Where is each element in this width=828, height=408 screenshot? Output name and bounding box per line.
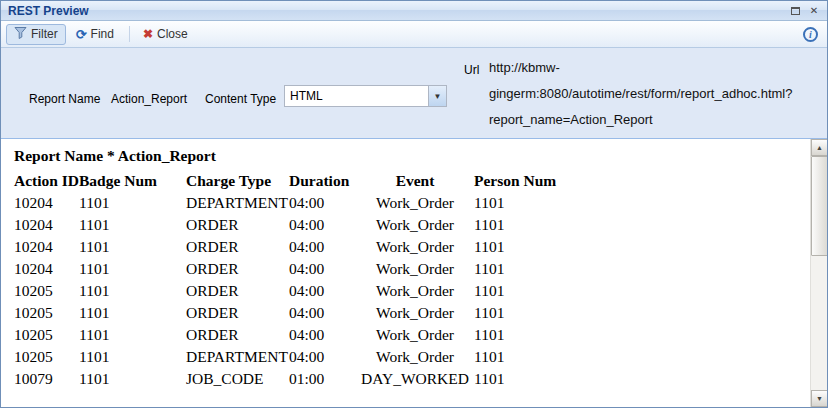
report-table: Action IDBadge NumCharge TypeDurationEve…: [14, 170, 574, 390]
column-header: Action ID: [14, 170, 79, 192]
table-cell: 1101: [79, 214, 186, 236]
table-cell: 1101: [79, 302, 186, 324]
column-header: Charge Type: [186, 170, 289, 192]
maximize-icon: [791, 7, 800, 15]
table-row: 102051101ORDER04:00Work_Order1101: [14, 302, 574, 324]
content-type-value: HTML: [285, 86, 428, 106]
table-cell: 10079: [14, 368, 79, 390]
table-cell: 04:00: [289, 236, 356, 258]
table-cell: 04:00: [289, 214, 356, 236]
table-cell: 10204: [14, 258, 79, 280]
info-icon[interactable]: i: [803, 27, 818, 42]
report-title: Report Name * Action_Report: [14, 144, 806, 168]
find-button[interactable]: ⟳ Find: [68, 24, 122, 45]
find-button-label: Find: [91, 27, 114, 41]
table-cell: ORDER: [186, 236, 289, 258]
table-cell: 1101: [474, 280, 574, 302]
table-row: 102051101ORDER04:00Work_Order1101: [14, 280, 574, 302]
report-table-body: 102041101DEPARTMENT04:00Work_Order110110…: [14, 192, 574, 390]
table-row: 102051101ORDER04:00Work_Order1101: [14, 324, 574, 346]
column-header: Person Num: [474, 170, 574, 192]
table-cell: 1101: [474, 324, 574, 346]
table-cell: 1101: [474, 214, 574, 236]
window-title: REST Preview: [8, 4, 784, 18]
table-cell: Work_Order: [356, 302, 474, 324]
table-cell: 1101: [474, 192, 574, 214]
table-cell: Work_Order: [356, 258, 474, 280]
table-cell: ORDER: [186, 214, 289, 236]
url-label: Url: [464, 63, 479, 77]
table-cell: 1101: [474, 236, 574, 258]
table-cell: 1101: [79, 236, 186, 258]
table-cell: 1101: [79, 368, 186, 390]
table-cell: 1101: [79, 280, 186, 302]
table-cell: Work_Order: [356, 324, 474, 346]
scroll-up-button[interactable]: ▲: [811, 139, 827, 156]
url-value: http://kbmw-gingerm:8080/autotime/rest/f…: [489, 55, 823, 133]
close-icon: ✖: [143, 28, 153, 40]
column-header: Duration: [289, 170, 356, 192]
maximize-button[interactable]: [787, 3, 803, 18]
rendered-report: Report Name * Action_Report Action IDBad…: [1, 139, 810, 407]
titlebar: REST Preview ✕: [1, 1, 827, 21]
table-row: 102041101ORDER04:00Work_Order1101: [14, 236, 574, 258]
table-cell: 1101: [79, 192, 186, 214]
close-button[interactable]: ✖ Close: [135, 24, 196, 45]
table-cell: 04:00: [289, 324, 356, 346]
filter-icon: [14, 26, 27, 42]
filter-button[interactable]: Filter: [6, 24, 66, 45]
toolbar: Filter ⟳ Find ✖ Close i: [1, 21, 827, 48]
chevron-down-icon[interactable]: ▼: [428, 86, 446, 106]
report-name-label: Report Name: [29, 92, 100, 106]
table-cell: Work_Order: [356, 192, 474, 214]
table-cell: Work_Order: [356, 214, 474, 236]
vertical-scrollbar[interactable]: ▲ ▼: [810, 139, 827, 407]
table-cell: 10205: [14, 346, 79, 368]
table-cell: 10205: [14, 324, 79, 346]
content-type-label: Content Type: [205, 92, 276, 106]
table-cell: DAY_WORKED: [356, 368, 474, 390]
table-cell: ORDER: [186, 258, 289, 280]
form-panel: Report Name Action_Report Content Type H…: [1, 48, 827, 139]
table-cell: 04:00: [289, 302, 356, 324]
table-row: 100791101JOB_CODE01:00DAY_WORKED1101: [14, 368, 574, 390]
rest-preview-window: REST Preview ✕ Filter ⟳ Find ✖ Close i: [0, 0, 828, 408]
table-cell: DEPARTMENT: [186, 346, 289, 368]
scroll-down-button[interactable]: ▼: [811, 390, 827, 407]
table-cell: ORDER: [186, 302, 289, 324]
filter-button-label: Filter: [31, 27, 58, 41]
scrollbar-thumb[interactable]: [811, 156, 827, 256]
table-cell: 10204: [14, 214, 79, 236]
table-cell: 1101: [474, 302, 574, 324]
column-header: Badge Num: [79, 170, 186, 192]
table-cell: DEPARTMENT: [186, 192, 289, 214]
table-cell: 01:00: [289, 368, 356, 390]
table-cell: 1101: [79, 258, 186, 280]
table-cell: 1101: [79, 324, 186, 346]
table-cell: 1101: [474, 258, 574, 280]
table-cell: Work_Order: [356, 280, 474, 302]
scroll-up-icon: ▲: [816, 144, 823, 151]
table-cell: 1101: [474, 346, 574, 368]
table-cell: 04:00: [289, 346, 356, 368]
table-row: 102041101DEPARTMENT04:00Work_Order1101: [14, 192, 574, 214]
content-type-combo[interactable]: HTML ▼: [284, 85, 447, 107]
table-cell: Work_Order: [356, 346, 474, 368]
find-icon: ⟳: [76, 28, 87, 41]
window-close-button[interactable]: ✕: [806, 3, 822, 18]
table-header-row: Action IDBadge NumCharge TypeDurationEve…: [14, 170, 574, 192]
window-close-icon: ✕: [810, 5, 818, 16]
close-button-label: Close: [157, 27, 188, 41]
report-preview-area: Report Name * Action_Report Action IDBad…: [1, 139, 827, 407]
table-cell: 10204: [14, 236, 79, 258]
table-row: 102041101ORDER04:00Work_Order1101: [14, 214, 574, 236]
toolbar-separator: [129, 26, 130, 42]
table-row: 102051101DEPARTMENT04:00Work_Order1101: [14, 346, 574, 368]
table-cell: Work_Order: [356, 236, 474, 258]
table-cell: 10205: [14, 302, 79, 324]
table-cell: 04:00: [289, 192, 356, 214]
table-cell: 04:00: [289, 280, 356, 302]
report-table-head: Action IDBadge NumCharge TypeDurationEve…: [14, 170, 574, 192]
table-cell: ORDER: [186, 280, 289, 302]
table-cell: 04:00: [289, 258, 356, 280]
